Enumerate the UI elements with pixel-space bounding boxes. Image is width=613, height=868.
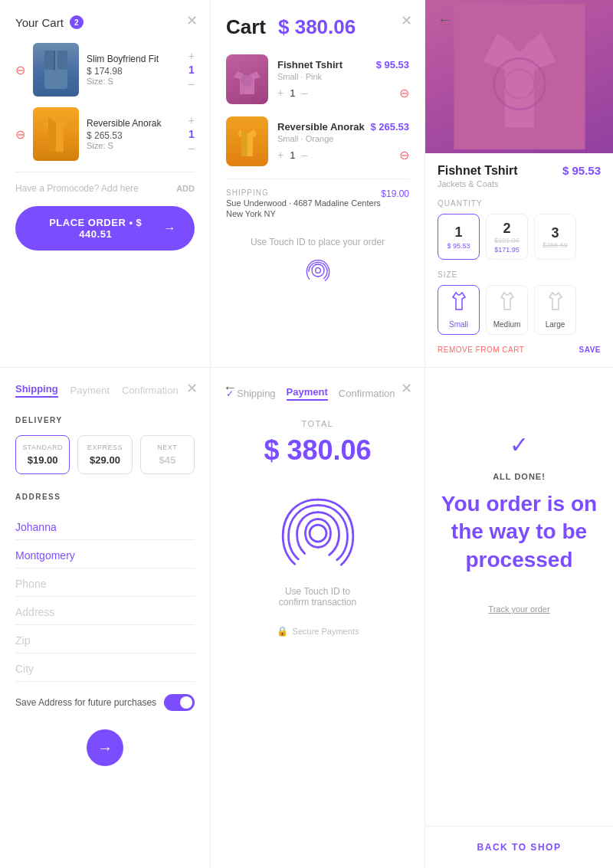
qty-orig-price: $286.59 xyxy=(543,241,568,249)
promo-text: Have a Promocode? Add here xyxy=(15,183,139,194)
save-address-toggle[interactable] xyxy=(164,694,195,711)
phone-field[interactable] xyxy=(15,568,195,597)
svg-point-4 xyxy=(241,74,253,87)
tshirt-image xyxy=(226,54,268,104)
promo-row: Have a Promocode? Add here ADD xyxy=(15,172,195,194)
qty-value: 1 xyxy=(454,224,462,241)
address-field[interactable] xyxy=(15,597,195,625)
qty-price: $ 95.53 xyxy=(447,242,470,250)
delivery-standard[interactable]: STANDARD $19.00 xyxy=(15,435,70,474)
cart-badge: 2 xyxy=(70,15,84,29)
payment-total-label: TOTAL xyxy=(226,419,409,428)
jeans-image xyxy=(33,43,79,97)
arrow-icon: → xyxy=(164,221,177,235)
payment-step-confirmation: Confirmation xyxy=(339,388,395,399)
item-price: $ 174.98 xyxy=(87,66,181,77)
remove-from-cart-button[interactable]: REMOVE FROM CART xyxy=(438,346,524,354)
checkout-steps: Shipping Payment Confirmation xyxy=(15,383,195,398)
last-name-field[interactable] xyxy=(15,540,195,568)
payment-back-button[interactable]: ← xyxy=(223,380,237,396)
shipping-panel: ✕ Shipping Payment Confirmation DELIVERY… xyxy=(0,368,211,868)
cart-item-qty: + 1 – xyxy=(188,114,195,154)
step-confirmation[interactable]: Confirmation xyxy=(122,385,179,396)
shipping-close-button[interactable]: ✕ xyxy=(186,380,198,397)
step-shipping[interactable]: Shipping xyxy=(15,383,58,398)
place-order-label: PLACE ORDER • $ 440.51 xyxy=(34,217,158,240)
product-back-button[interactable]: ← xyxy=(438,12,451,28)
detail-item-variant: Small · Orange xyxy=(277,134,409,143)
confirmation-panel: ✓ ALL DONE! You order is on the way to b… xyxy=(425,368,613,868)
qty-price: $171.95 xyxy=(494,246,520,254)
size-option-medium[interactable]: Medium xyxy=(486,285,528,335)
secure-payments-label: Secure Payments xyxy=(293,627,359,636)
size-option-small[interactable]: Small xyxy=(438,285,480,335)
product-info: Fishnet Tshirt Jackets & Coats $ 95.53 Q… xyxy=(425,153,613,365)
payment-touch-id-text: Use Touch ID to confirm transaction xyxy=(279,586,356,608)
first-name-field[interactable] xyxy=(15,512,195,540)
size-label: SIZE xyxy=(438,270,601,279)
track-order-link[interactable]: Track your order xyxy=(488,604,549,614)
detail-item-price: $ 95.53 xyxy=(376,59,409,70)
payment-close-button[interactable]: ✕ xyxy=(401,380,412,397)
svg-point-9 xyxy=(310,525,326,542)
qty-option-2[interactable]: 2 $191.06 $171.95 xyxy=(486,214,528,260)
qty-plus-button[interactable]: + xyxy=(188,114,195,126)
delivery-section-label: DELIVERY xyxy=(15,416,195,424)
detail-item: Fishnet Tshirt $ 95.53 Small · Pink + 1 … xyxy=(226,54,409,104)
detail-remove-button[interactable]: ⊖ xyxy=(399,148,409,162)
place-order-button[interactable]: PLACE ORDER • $ 440.51 → xyxy=(15,206,195,251)
cart-detail-close-button[interactable]: ✕ xyxy=(401,12,412,29)
qty-value: 3 xyxy=(551,225,559,241)
payment-step-payment[interactable]: Payment xyxy=(287,386,328,401)
detail-qty-minus[interactable]: – xyxy=(301,149,307,161)
cart-detail-title: Cart xyxy=(226,15,266,39)
step-payment[interactable]: Payment xyxy=(70,385,110,396)
item-size: Size: S xyxy=(87,77,181,86)
detail-qty-row: + 1 – ⊖ xyxy=(277,148,409,162)
zip-field[interactable] xyxy=(15,625,195,653)
save-product-button[interactable]: SAVE xyxy=(579,346,602,354)
payment-step-shipping: Shipping xyxy=(237,388,276,399)
svg-rect-1 xyxy=(44,51,54,70)
address-form xyxy=(15,512,195,682)
promo-add-button[interactable]: ADD xyxy=(176,184,195,193)
item-name: Reversible Anorak xyxy=(87,118,181,129)
secure-payments-row: 🔒 Secure Payments xyxy=(226,626,409,637)
delivery-express[interactable]: EXPRESS $29.00 xyxy=(77,435,132,474)
qty-minus-button[interactable]: – xyxy=(188,77,195,90)
qty-minus-button[interactable]: – xyxy=(188,142,195,154)
qty-option-1[interactable]: 1 $ 95.53 xyxy=(438,214,480,260)
delivery-type-standard: STANDARD xyxy=(22,444,63,451)
shipping-info-row: SHIPPING Sue Underwood · 4687 Madaline C… xyxy=(226,179,409,218)
detail-qty-plus[interactable]: + xyxy=(277,87,284,99)
delivery-price-next: $45 xyxy=(147,454,188,466)
product-name: Fishnet Tshirt xyxy=(438,164,518,178)
detail-jacket-image xyxy=(226,116,268,166)
delivery-next[interactable]: NEXT $45 xyxy=(140,435,195,474)
remove-item-button[interactable]: ⊖ xyxy=(15,127,25,142)
cart-item-info: Reversible Anorak $ 265.53 Size: S xyxy=(87,118,181,150)
qty-option-3[interactable]: 3 $286.59 xyxy=(534,214,576,260)
product-price: $ 95.53 xyxy=(562,164,601,177)
cart-title: Your Cart xyxy=(15,16,64,29)
back-to-shop-button[interactable]: BACK TO SHOP xyxy=(425,826,613,868)
shipping-address: Sue Underwood · 4687 Madaline Centers xyxy=(226,198,381,208)
item-size: Size: S xyxy=(87,141,181,150)
city-field[interactable] xyxy=(15,653,195,682)
detail-item-variant: Small · Pink xyxy=(277,72,409,81)
next-step-button[interactable]: → xyxy=(87,729,123,766)
detail-item: Reversible Anorak $ 265.53 Small · Orang… xyxy=(226,116,409,166)
qty-orig-price: $191.06 xyxy=(494,237,520,244)
confirmation-message: You order is on the way to be processed xyxy=(425,490,613,574)
detail-qty-plus[interactable]: + xyxy=(277,149,284,161)
size-option-large[interactable]: Large xyxy=(534,285,576,335)
lock-icon: 🔒 xyxy=(277,626,288,637)
detail-remove-button[interactable]: ⊖ xyxy=(399,86,409,100)
detail-item-price: $ 265.53 xyxy=(370,121,409,133)
remove-item-button[interactable]: ⊖ xyxy=(15,63,25,77)
detail-qty-minus[interactable]: – xyxy=(301,87,307,99)
qty-plus-button[interactable]: + xyxy=(188,50,195,62)
product-actions: REMOVE FROM CART SAVE xyxy=(438,346,601,354)
shipping-label: SHIPPING xyxy=(226,188,381,197)
cart-close-button[interactable]: ✕ xyxy=(186,12,198,29)
